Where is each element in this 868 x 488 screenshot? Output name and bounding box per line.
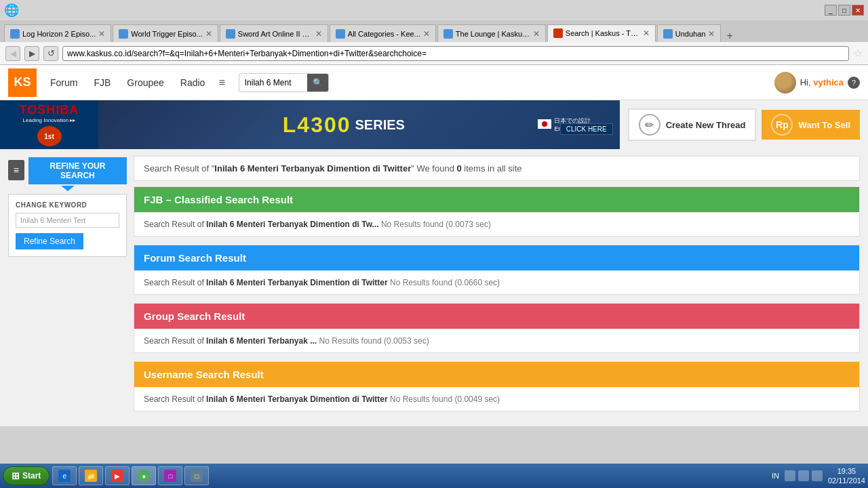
kaskus-logo[interactable]: KS [8, 68, 37, 97]
address-bar: ◀ ▶ ↺ ☆ [0, 42, 868, 65]
forum-result-pre: Search Result of [144, 278, 206, 287]
search-summary: Search Result of "Inilah 6 Menteri Terba… [134, 156, 860, 181]
fjb-query: Inilah 6 Menteri Terbanyak Dimention di … [206, 220, 378, 229]
tab-favicon-4 [443, 29, 453, 39]
banner-click-here[interactable]: CLICK HERE [560, 123, 613, 135]
change-keyword-label: CHANGE KEYWORD [16, 201, 119, 209]
fjb-title: FJB – Classified Search Result [144, 194, 850, 205]
search-button[interactable]: 🔍 [307, 74, 328, 92]
tab-close-0[interactable]: ✕ [98, 29, 105, 39]
help-icon[interactable]: ? [848, 77, 860, 89]
keyword-input[interactable] [16, 213, 119, 228]
username-body: Search Result of Inilah 6 Menteri Terban… [134, 387, 859, 411]
tab-label-0: Log Horizon 2 Episo... [22, 30, 96, 38]
tab-5[interactable]: Search | Kaskus - The... ✕ [547, 24, 656, 42]
fjb-result-pre: Search Result of [144, 220, 206, 229]
want-to-sell-button[interactable]: Rp Want To Sell [762, 110, 860, 140]
username-title: Username Search Result [144, 369, 850, 380]
tab-label-3: All Categories - Kee... [348, 30, 420, 38]
forum-header: Forum Search Result [134, 245, 859, 270]
hamburger-menu-icon[interactable]: ≡ [218, 77, 224, 89]
fjb-header: FJB – Classified Search Result [134, 187, 859, 212]
award-badge: 1st [37, 126, 62, 146]
sidebar: ≡ REFINE YOUR SEARCH CHANGE KEYWORD Refi… [8, 156, 127, 420]
sidebar-menu-icon[interactable]: ≡ [8, 160, 24, 180]
tab-2[interactable]: Sword Art Online II E... ✕ [220, 24, 328, 42]
tab-favicon-6 [663, 29, 673, 39]
start-button[interactable]: ⊞ Start [3, 466, 50, 485]
fjb-body: Search Result of Inilah 6 Menteri Terban… [134, 212, 859, 236]
group-no-results: No Results found [319, 336, 382, 346]
greeting-text: Hi, vythica [800, 77, 844, 87]
group-result-pre: Search Result of [144, 336, 206, 346]
forward-button[interactable]: ▶ [24, 46, 39, 61]
banner-model: L4300 [283, 113, 351, 138]
search-results-area: Search Result of "Inilah 6 Menteri Terba… [134, 156, 860, 420]
taskbar-explorer[interactable]: 📁 [79, 466, 103, 485]
app2-icon: □ [191, 470, 203, 482]
new-tab-button[interactable]: + [722, 30, 736, 42]
banner-area: TOSHIBA Leading Innovation ▸▸ 1st 📺 L430… [0, 100, 868, 149]
result-count: 0 [457, 163, 462, 174]
nav-groupee[interactable]: Groupee [127, 77, 163, 88]
tab-favicon-3 [336, 29, 345, 39]
tab-close-2[interactable]: ✕ [315, 29, 322, 39]
tab-close-3[interactable]: ✕ [423, 29, 430, 39]
back-button[interactable]: ◀ [5, 46, 20, 61]
taskbar-app2[interactable]: □ [184, 466, 209, 485]
create-thread-label: Create New Thread [666, 120, 746, 130]
forum-body: Search Result of Inilah 6 Menteri Terban… [134, 270, 859, 294]
group-title: Group Search Result [144, 310, 850, 322]
start-label: Start [22, 471, 41, 481]
windows-icon: ⊞ [12, 470, 20, 481]
greeting-name[interactable]: vythica [813, 77, 844, 87]
bookmark-icon[interactable]: ☆ [853, 47, 863, 60]
username-section: Username Search Result Search Result of … [134, 361, 860, 411]
username-no-results: No Results found [390, 394, 452, 404]
header-search: 🔍 [239, 73, 329, 92]
main-content: ≡ REFINE YOUR SEARCH CHANGE KEYWORD Refi… [0, 149, 868, 426]
tab-close-1[interactable]: ✕ [205, 29, 212, 39]
nav-forum[interactable]: Forum [50, 77, 77, 88]
group-query: Inilah 6 Menteri Terbanyak ... [206, 336, 317, 346]
tab-4[interactable]: The Lounge | Kaskus ... ✕ [437, 24, 546, 42]
nav-radio[interactable]: Radio [180, 77, 205, 88]
tray-icon-3 [812, 470, 823, 481]
maximize-button[interactable]: □ [838, 5, 850, 16]
tab-favicon-0 [10, 29, 20, 39]
nav-fjb[interactable]: FJB [94, 77, 111, 88]
username-query: Inilah 6 Menteri Terbanyak Dimention di … [206, 394, 388, 404]
taskbar-ie[interactable]: e [52, 466, 77, 485]
banner[interactable]: TOSHIBA Leading Innovation ▸▸ 1st 📺 L430… [0, 100, 620, 149]
browser-window: 🌐 _ □ ✕ Log Horizon 2 Episo... ✕ World T… [0, 0, 868, 65]
tab-label-6: Unduhan [675, 30, 706, 38]
url-input[interactable] [62, 46, 849, 61]
tab-6[interactable]: Unduhan ✕ [657, 24, 722, 42]
minimize-button[interactable]: _ [825, 5, 837, 16]
window-controls[interactable]: _ □ ✕ [825, 5, 864, 16]
forum-title: Forum Search Result [144, 252, 850, 264]
refine-search-button[interactable]: Refine Search [16, 233, 83, 249]
close-button[interactable]: ✕ [852, 5, 864, 16]
refine-indicator [61, 186, 75, 191]
tab-close-4[interactable]: ✕ [533, 29, 540, 39]
taskbar-app1[interactable]: □ [158, 466, 182, 485]
group-time: (0.0053 sec) [384, 336, 429, 346]
tab-close-5[interactable]: ✕ [643, 28, 650, 38]
taskbar-chrome[interactable]: ● [132, 466, 156, 485]
username-time: (0.0049 sec) [454, 394, 500, 404]
refine-your-search-button[interactable]: REFINE YOUR SEARCH [28, 157, 127, 184]
tab-0[interactable]: Log Horizon 2 Episo... ✕ [4, 24, 111, 42]
action-buttons: ✏ Create New Thread Rp Want To Sell [620, 100, 868, 149]
summary-count-post: items in all site [462, 163, 522, 174]
tab-close-6[interactable]: ✕ [708, 29, 715, 39]
tab-3[interactable]: All Categories - Kee... ✕ [330, 24, 436, 42]
search-input[interactable] [239, 78, 307, 87]
tab-1[interactable]: World Trigger Episo... ✕ [113, 24, 218, 42]
taskbar-media[interactable]: ▶ [105, 466, 130, 485]
avatar [774, 72, 796, 94]
explorer-icon: 📁 [85, 470, 97, 482]
refresh-button[interactable]: ↺ [43, 46, 58, 61]
create-thread-button[interactable]: ✏ Create New Thread [628, 108, 757, 141]
taskbar-right: IN 19:35 02/11/2014 [772, 466, 865, 486]
